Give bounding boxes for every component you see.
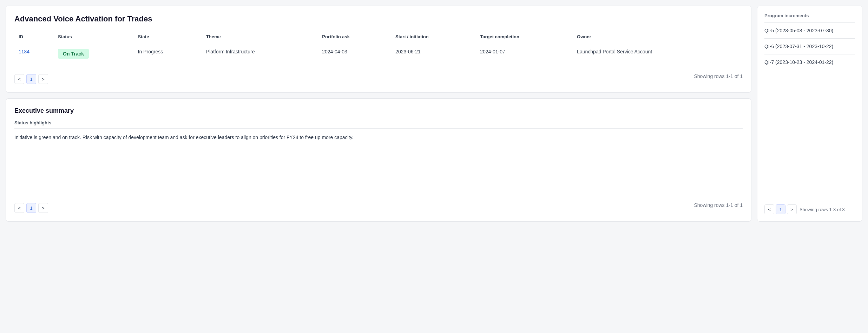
col-header-theme: Theme [202, 31, 318, 43]
cell-id: 1184 [14, 43, 54, 65]
col-header-id: ID [14, 31, 54, 43]
cell-start: 2023-06-21 [391, 43, 476, 65]
cell-owner: Launchpad Portal Service Account [573, 43, 743, 65]
executive-summary-title: Executive summary [14, 107, 743, 115]
sidebar-card: Program increments QI-5 (2023-05-08 - 20… [757, 6, 862, 222]
sidebar-pagination-row: < 1 > Showing rows 1-3 of 3 [764, 199, 855, 214]
pi-item-1: QI-6 (2023-07-31 - 2023-10-22) [764, 39, 855, 54]
status-highlights-label: Status highlights [14, 120, 743, 129]
summary-pagination-info: Showing rows 1-1 of 1 [694, 202, 743, 208]
table-next-button[interactable]: > [38, 74, 48, 84]
table-pagination: < 1 > [14, 74, 48, 84]
col-header-target: Target completion [476, 31, 573, 43]
cell-state: In Progress [134, 43, 202, 65]
table-row: 1184 On Track In Progress Platform Infra… [14, 43, 743, 65]
program-increments-list: QI-5 (2023-05-08 - 2023-07-30) QI-6 (202… [764, 22, 855, 70]
col-header-start: Start / initiation [391, 31, 476, 43]
table-prev-button[interactable]: < [14, 74, 24, 84]
initiative-id-link[interactable]: 1184 [19, 49, 29, 54]
cell-portfolio-ask: 2024-04-03 [318, 43, 391, 65]
main-column: Advanced Voice Activation for Trades ID … [6, 6, 751, 222]
sidebar-prev-button[interactable]: < [764, 204, 774, 214]
summary-pagination: < 1 > [14, 203, 48, 213]
page-layout: Advanced Voice Activation for Trades ID … [6, 6, 862, 222]
pi-item-2: QI-7 (2023-10-23 - 2024-01-22) [764, 54, 855, 70]
col-header-status: Status [54, 31, 134, 43]
summary-prev-button[interactable]: < [14, 203, 24, 213]
col-header-portfolio-ask: Portfolio ask [318, 31, 391, 43]
table-pagination-row: < 1 > Showing rows 1-1 of 1 [14, 68, 743, 84]
sidebar-next-button[interactable]: > [787, 204, 797, 214]
executive-summary-body: Initiative is green and on track. Risk w… [14, 133, 743, 141]
col-header-state: State [134, 31, 202, 43]
page-title: Advanced Voice Activation for Trades [14, 14, 743, 24]
summary-pagination-row: < 1 > Showing rows 1-1 of 1 [14, 197, 743, 213]
status-badge: On Track [58, 49, 89, 59]
cell-theme: Platform Infrastructure [202, 43, 318, 65]
cell-target: 2024-01-07 [476, 43, 573, 65]
cell-status: On Track [54, 43, 134, 65]
sidebar-title: Program increments [764, 13, 855, 18]
sidebar-pagination-info: Showing rows 1-3 of 3 [800, 207, 845, 212]
summary-page-1-button[interactable]: 1 [26, 203, 36, 213]
table-header-row: ID Status State Theme Portfolio ask Star… [14, 31, 743, 43]
col-header-owner: Owner [573, 31, 743, 43]
table-page-1-button[interactable]: 1 [26, 74, 36, 84]
sidebar-page-1-button[interactable]: 1 [776, 204, 785, 214]
summary-next-button[interactable]: > [38, 203, 48, 213]
table-pagination-info: Showing rows 1-1 of 1 [694, 73, 743, 79]
executive-summary-card: Executive summary Status highlights Init… [6, 98, 751, 222]
initiatives-table: ID Status State Theme Portfolio ask Star… [14, 31, 743, 64]
initiatives-card: Advanced Voice Activation for Trades ID … [6, 6, 751, 93]
pi-item-0: QI-5 (2023-05-08 - 2023-07-30) [764, 22, 855, 39]
